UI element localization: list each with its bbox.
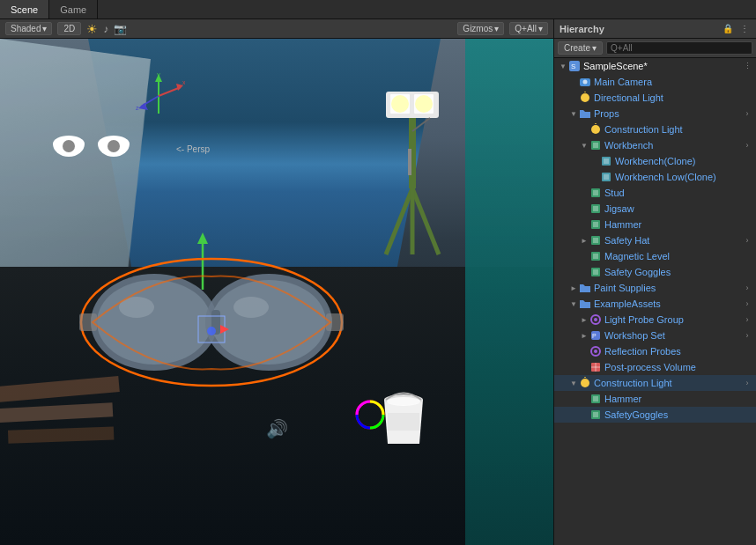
arrow-post-process-volume[interactable] bbox=[579, 362, 589, 372]
svg-rect-61 bbox=[593, 222, 598, 227]
viewport-area: Shaded ▾ 2D ☀ ♪ 📷 Gizmos ▾ Q+All ▾ bbox=[0, 19, 553, 545]
svg-point-77 bbox=[581, 379, 589, 387]
icon-magnetic-level bbox=[589, 250, 602, 262]
safety-goggles-object[interactable] bbox=[75, 250, 348, 395]
svg-rect-57 bbox=[593, 190, 598, 195]
expand-workshop-set[interactable]: › bbox=[740, 328, 754, 342]
label-safety-goggles: Safety Goggles bbox=[604, 267, 756, 277]
arrow-construction-light-1[interactable] bbox=[579, 124, 589, 135]
arrow-workshop-set[interactable] bbox=[579, 330, 589, 341]
hier-item-paint-supplies[interactable]: Paint Supplies› bbox=[554, 280, 756, 296]
arrow-workbench-clone[interactable] bbox=[589, 156, 600, 166]
expand-construction-light-2[interactable]: › bbox=[740, 376, 754, 390]
icon-safety-goggles-2 bbox=[589, 409, 602, 421]
gizmos-dropdown[interactable]: Gizmos ▾ bbox=[457, 22, 504, 35]
icon-workbench-low-clone bbox=[600, 171, 612, 183]
expand-props[interactable]: › bbox=[740, 107, 754, 121]
arrow-directional-light[interactable] bbox=[568, 92, 579, 103]
viewport-toolbar: Shaded ▾ 2D ☀ ♪ 📷 Gizmos ▾ Q+All ▾ bbox=[0, 19, 553, 39]
label-example-assets: ExampleAssets bbox=[594, 298, 740, 309]
svg-point-48 bbox=[591, 125, 600, 134]
tab-game[interactable]: Game bbox=[49, 0, 98, 18]
expand-safety-hat[interactable]: › bbox=[740, 233, 754, 247]
scene-expand[interactable]: ⋮ bbox=[740, 59, 754, 73]
hierarchy-items-container: Main CameraDirectional LightProps›Constr… bbox=[554, 74, 756, 423]
label-construction-light-2: Construction Light bbox=[594, 378, 740, 388]
hier-item-construction-light-1[interactable]: Construction Light bbox=[554, 122, 756, 137]
arrow-reflection-probes[interactable] bbox=[579, 346, 589, 357]
all-dropdown[interactable]: Q+All ▾ bbox=[509, 22, 548, 35]
label-paint-supplies: Paint Supplies bbox=[594, 283, 740, 293]
hier-item-light-probe-group[interactable]: Light Probe Group› bbox=[554, 312, 756, 328]
hier-item-hammer-1[interactable]: Hammer bbox=[554, 217, 756, 232]
hierarchy-search[interactable] bbox=[606, 41, 752, 55]
arrow-hammer-1[interactable] bbox=[579, 219, 589, 230]
arrow-main-camera[interactable] bbox=[568, 77, 579, 87]
arrow-paint-supplies[interactable] bbox=[568, 283, 579, 293]
expand-workbench[interactable]: › bbox=[740, 138, 754, 152]
hier-item-props[interactable]: Props› bbox=[554, 106, 756, 122]
arrow-light-probe-group[interactable] bbox=[579, 314, 589, 325]
camera-toggle-icon[interactable]: 📷 bbox=[114, 23, 127, 35]
arrow-safety-hat[interactable] bbox=[579, 235, 589, 246]
2d-button[interactable]: 2D bbox=[57, 22, 81, 35]
arrow-safety-goggles[interactable] bbox=[579, 267, 589, 277]
arrow-workbench-low-clone[interactable] bbox=[589, 172, 600, 182]
arrow-jigsaw[interactable] bbox=[579, 203, 589, 214]
tab-scene[interactable]: Scene bbox=[0, 0, 49, 18]
hier-item-construction-light-2[interactable]: Construction Light› bbox=[554, 375, 756, 391]
arrow-safety-goggles-2[interactable] bbox=[579, 409, 589, 420]
hier-item-post-process-volume[interactable]: Post-process Volume bbox=[554, 359, 756, 375]
hier-item-main-camera[interactable]: Main Camera bbox=[554, 74, 756, 90]
shading-dropdown[interactable]: Shaded ▾ bbox=[5, 22, 52, 35]
icon-hammer-1 bbox=[589, 218, 602, 231]
hier-item-workbench[interactable]: Workbench› bbox=[554, 137, 756, 153]
scene-arrow[interactable] bbox=[558, 61, 568, 71]
label-hammer-2: Hammer bbox=[604, 394, 756, 404]
arrow-example-assets[interactable] bbox=[568, 298, 579, 309]
hierarchy-lock-button[interactable]: 🔒 bbox=[721, 24, 735, 33]
hier-item-hammer-2[interactable]: Hammer bbox=[554, 391, 756, 407]
hier-item-workbench-clone[interactable]: Workbench(Clone) bbox=[554, 153, 756, 169]
hier-item-workshop-set[interactable]: PWorkshop Set› bbox=[554, 328, 756, 343]
audio-speaker-icon: 🔊 bbox=[266, 418, 288, 439]
svg-text:P: P bbox=[592, 333, 597, 339]
scene-canvas[interactable]: y x z <- Persp bbox=[0, 39, 553, 545]
arrow-props[interactable] bbox=[568, 108, 579, 119]
arrow-magnetic-level[interactable] bbox=[579, 251, 589, 261]
hier-item-stud[interactable]: Stud bbox=[554, 185, 756, 201]
icon-props bbox=[579, 107, 591, 120]
label-workshop-set: Workshop Set bbox=[604, 330, 740, 341]
arrow-construction-light-2[interactable] bbox=[568, 378, 579, 388]
expand-paint-supplies[interactable]: › bbox=[740, 281, 754, 295]
arrow-workbench[interactable] bbox=[579, 140, 589, 151]
hier-item-safety-goggles-2[interactable]: SafetyGoggles bbox=[554, 407, 756, 423]
audio-icon[interactable]: ♪ bbox=[103, 23, 108, 35]
hier-item-magnetic-level[interactable]: Magnetic Level bbox=[554, 248, 756, 264]
right-wall bbox=[465, 39, 553, 545]
arrow-hammer-2[interactable] bbox=[579, 394, 589, 404]
axis-gizmo: y x z bbox=[132, 70, 185, 122]
hierarchy-content[interactable]: S SampleScene* ⋮ Main CameraDirectional … bbox=[554, 58, 756, 545]
label-hammer-1: Hammer bbox=[604, 219, 756, 230]
hier-item-safety-goggles[interactable]: Safety Goggles bbox=[554, 264, 756, 280]
hierarchy-header: Hierarchy 🔒 ⋮ bbox=[554, 19, 756, 39]
sun-icon[interactable]: ☀ bbox=[86, 22, 98, 36]
hier-item-workbench-low-clone[interactable]: Workbench Low(Clone) bbox=[554, 169, 756, 185]
hier-item-reflection-probes[interactable]: Reflection Probes bbox=[554, 343, 756, 359]
hier-item-example-assets[interactable]: ExampleAssets› bbox=[554, 296, 756, 312]
svg-text:z: z bbox=[136, 105, 139, 111]
arrow-stud[interactable] bbox=[579, 188, 589, 198]
hier-item-jigsaw[interactable]: Jigsaw bbox=[554, 201, 756, 217]
svg-rect-59 bbox=[593, 206, 598, 211]
svg-rect-2 bbox=[8, 426, 114, 443]
expand-light-probe-group[interactable]: › bbox=[740, 313, 754, 327]
expand-example-assets[interactable]: › bbox=[740, 297, 754, 311]
sample-scene-root[interactable]: S SampleScene* ⋮ bbox=[554, 58, 756, 74]
label-workbench-low-clone: Workbench Low(Clone) bbox=[615, 172, 756, 182]
hier-item-safety-hat[interactable]: Safety Hat› bbox=[554, 232, 756, 248]
hierarchy-menu-button[interactable]: ⋮ bbox=[738, 24, 751, 33]
hier-item-directional-light[interactable]: Directional Light bbox=[554, 90, 756, 106]
icon-paint-supplies bbox=[579, 282, 591, 294]
create-button[interactable]: Create ▾ bbox=[558, 41, 603, 55]
